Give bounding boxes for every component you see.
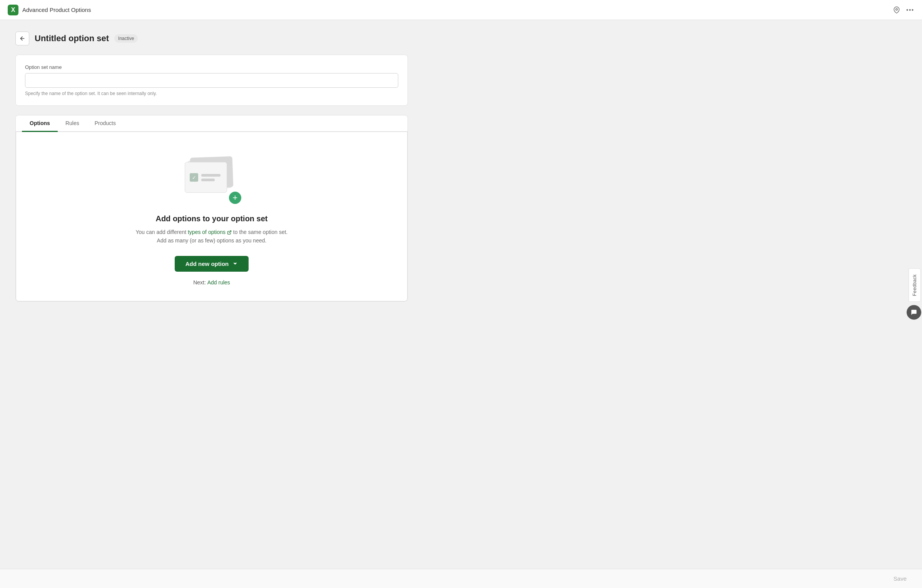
add-rules-link[interactable]: Add rules	[207, 279, 230, 286]
checkbox-icon: ✓	[190, 173, 198, 182]
option-set-name-input[interactable]	[25, 73, 398, 88]
more-icon[interactable]: •••	[906, 7, 914, 13]
option-set-name-label: Option set name	[25, 64, 398, 70]
page-header: Untitled option set Inactive	[15, 32, 408, 45]
add-new-option-button[interactable]: Add new option	[175, 256, 249, 272]
feedback-sidebar: Feedback	[907, 269, 922, 320]
save-button[interactable]: Save	[894, 575, 907, 582]
page-title: Untitled option set	[35, 33, 109, 43]
tabs-wrapper: Options Rules Products ✓	[15, 115, 408, 302]
option-set-name-hint: Specify the name of the option set. It c…	[25, 91, 398, 96]
bottom-bar: Save	[0, 569, 922, 588]
pin-icon[interactable]	[893, 7, 900, 13]
next-text: Next: Add rules	[193, 279, 230, 286]
tabs-header: Options Rules Products	[16, 115, 408, 132]
svg-point-0	[896, 8, 898, 10]
topbar-left: X Advanced Product Options	[8, 5, 91, 15]
topbar-right: •••	[893, 7, 914, 13]
option-set-name-card: Option set name Specify the name of the …	[15, 55, 408, 106]
card-lines	[201, 174, 220, 181]
main-content: Untitled option set Inactive Option set …	[0, 20, 423, 313]
card-line-long	[201, 174, 220, 177]
topbar: X Advanced Product Options •••	[0, 0, 922, 20]
empty-state-title: Add options to your option set	[155, 214, 267, 223]
app-icon: X	[8, 5, 18, 15]
tab-products[interactable]: Products	[87, 115, 124, 132]
plus-circle-icon: +	[228, 190, 242, 205]
app-title: Advanced Product Options	[22, 7, 91, 13]
back-button[interactable]	[15, 32, 29, 45]
types-of-options-link[interactable]: types of options	[188, 229, 232, 235]
tab-options[interactable]: Options	[22, 115, 58, 132]
status-badge: Inactive	[114, 34, 138, 43]
empty-state-description: You can add different types of options t…	[136, 228, 288, 245]
svg-line-1	[229, 231, 231, 233]
tab-content-options: ✓ + Add options to your option set You c…	[16, 132, 408, 301]
chat-bubble-button[interactable]	[907, 305, 921, 319]
tabs-section: Options Rules Products ✓	[15, 115, 408, 302]
card-line-short	[201, 179, 215, 181]
empty-state-illustration: ✓ +	[181, 155, 242, 205]
tab-rules[interactable]: Rules	[58, 115, 87, 132]
feedback-tab[interactable]: Feedback	[909, 269, 921, 302]
card-main: ✓	[185, 162, 227, 193]
